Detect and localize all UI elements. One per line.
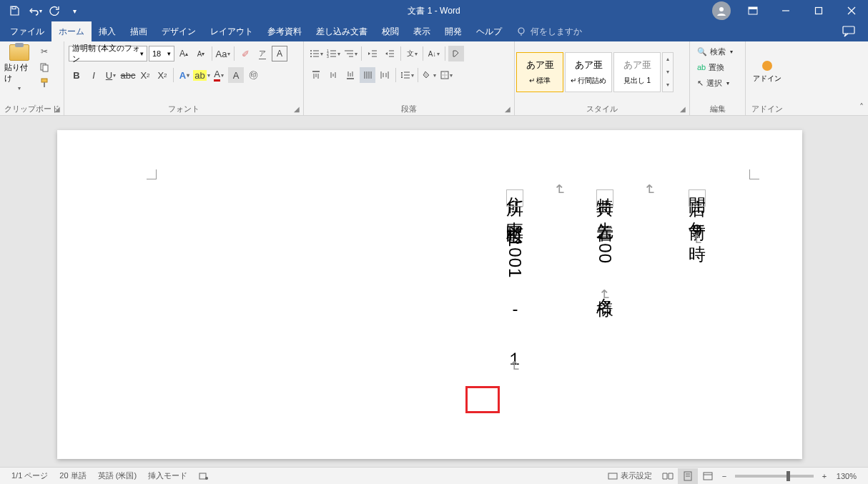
zoom-in-button[interactable]: +	[818, 472, 831, 480]
select-button[interactable]: ↖選択▾	[694, 76, 741, 90]
grow-font-button[interactable]: A▴	[176, 46, 192, 61]
line-spacing-button[interactable]	[399, 67, 415, 83]
tab-review[interactable]: 校閲	[375, 21, 406, 41]
page[interactable]: 開店午前９時↵ ↵ 特典先着 100 名様↵ ↵ 住所中区桜町 1001 - １…	[57, 130, 802, 459]
comments-icon[interactable]	[832, 26, 865, 37]
save-icon[interactable]	[6, 2, 23, 19]
style-nospacing[interactable]: あア亜 ↵ 行間詰め	[565, 52, 612, 92]
tab-home[interactable]: ホーム	[51, 21, 92, 41]
char-shading-button[interactable]: A	[228, 67, 244, 83]
zoom-out-button[interactable]: −	[718, 472, 731, 480]
maximize-button[interactable]	[802, 0, 835, 21]
ribbon-display-icon[interactable]	[736, 0, 769, 21]
collapse-ribbon-icon[interactable]: ˄	[859, 102, 864, 112]
copy-icon[interactable]	[37, 60, 51, 74]
show-marks-icon[interactable]	[448, 46, 464, 61]
tab-references[interactable]: 参考資料	[260, 21, 309, 41]
format-painter-icon[interactable]	[37, 76, 51, 90]
doc-line-4: ↵	[550, 184, 573, 198]
align-top-button[interactable]	[308, 67, 324, 83]
cut-icon[interactable]: ✂	[37, 44, 51, 59]
tab-insert[interactable]: 挿入	[92, 21, 123, 41]
font-color-button[interactable]: A	[211, 67, 227, 83]
text-effects-button[interactable]: A	[177, 67, 192, 83]
addin-icon[interactable]	[762, 61, 772, 71]
highlight-button[interactable]: ab	[194, 67, 209, 83]
status-insert-mode[interactable]: 挿入モード	[142, 470, 193, 481]
cursor-icon: ↖	[697, 79, 704, 88]
group-font-label: フォント	[168, 104, 199, 114]
status-language[interactable]: 英語 (米国)	[92, 470, 142, 481]
align-justify-button[interactable]	[360, 67, 375, 83]
font-launcher-icon[interactable]: ◢	[292, 104, 302, 114]
clipboard-launcher-icon[interactable]: ◢	[52, 104, 62, 114]
tab-view[interactable]: 表示	[406, 21, 438, 41]
char-border-button[interactable]: A	[272, 46, 287, 61]
styles-launcher-icon[interactable]: ◢	[678, 104, 688, 114]
style-normal[interactable]: あア亜 ↵ 標準	[516, 52, 563, 92]
font-size-combo[interactable]: 18▾	[149, 46, 174, 61]
undo-icon[interactable]: ▾	[26, 2, 43, 19]
font-name-combo[interactable]: 游明朝 (本文のフォン▾	[69, 46, 147, 61]
view-web-icon[interactable]	[698, 468, 718, 484]
account-avatar[interactable]	[712, 1, 731, 20]
view-read-icon[interactable]	[658, 468, 678, 484]
zoom-slider[interactable]	[735, 475, 814, 478]
italic-button[interactable]: I	[86, 67, 102, 83]
numbering-button[interactable]: 123	[325, 46, 341, 61]
subscript-button[interactable]: X2	[137, 67, 153, 83]
close-button[interactable]	[835, 0, 868, 21]
zoom-level[interactable]: 130%	[831, 472, 862, 480]
redo-icon[interactable]	[46, 2, 63, 19]
status-page[interactable]: 1/1 ページ	[6, 470, 54, 481]
enclose-char-button[interactable]: ㊞	[245, 67, 261, 83]
svg-rect-13	[41, 79, 47, 82]
svg-rect-3	[749, 7, 757, 9]
shrink-font-button[interactable]: A▾	[193, 46, 209, 61]
replace-button[interactable]: ab置換	[694, 60, 741, 74]
tab-layout[interactable]: レイアウト	[203, 21, 260, 41]
bold-button[interactable]: B	[69, 67, 84, 83]
change-case-button[interactable]: Aa	[215, 46, 231, 61]
decrease-indent-button[interactable]	[365, 46, 380, 61]
qat-customize-icon[interactable]: ▾	[66, 2, 83, 19]
svg-point-1	[719, 7, 724, 11]
group-addin-label: アドイン	[751, 104, 783, 114]
underline-button[interactable]: U	[103, 67, 119, 83]
paste-button[interactable]: 貼り付け ▾	[4, 44, 34, 92]
macro-record-icon[interactable]	[193, 472, 214, 480]
shading-button[interactable]	[421, 67, 437, 83]
tab-design[interactable]: デザイン	[154, 21, 203, 41]
strike-button[interactable]: abc	[120, 67, 136, 83]
clear-format-icon[interactable]: ✐	[237, 46, 253, 61]
display-settings[interactable]: 表示設定	[602, 470, 658, 481]
tab-file[interactable]: ファイル	[3, 21, 51, 41]
view-print-icon[interactable]	[678, 468, 698, 484]
sort-button[interactable]: A↓	[426, 46, 442, 61]
style-heading1[interactable]: あア亜 見出し 1	[613, 52, 661, 92]
tab-help[interactable]: ヘルプ	[469, 21, 509, 41]
svg-rect-0	[12, 7, 16, 9]
align-center-v-button[interactable]	[325, 67, 341, 83]
distribute-button[interactable]	[377, 67, 393, 83]
tab-mailings[interactable]: 差し込み文書	[309, 21, 375, 41]
tab-draw[interactable]: 描画	[123, 21, 154, 41]
align-bottom-button[interactable]	[342, 67, 358, 83]
superscript-button[interactable]: X2	[154, 67, 170, 83]
phonetic-guide-icon[interactable]: ア	[255, 46, 270, 61]
styles-more-button[interactable]: ▴▾▾	[662, 52, 674, 92]
status-words[interactable]: 20 単語	[54, 470, 92, 481]
increase-indent-button[interactable]	[382, 46, 398, 61]
multilevel-button[interactable]	[342, 46, 358, 61]
tab-developer[interactable]: 開発	[438, 21, 469, 41]
find-button[interactable]: 🔍検索▾	[694, 44, 741, 59]
tell-me-search[interactable]: 何をしますか	[509, 26, 589, 38]
borders-button[interactable]	[438, 67, 454, 83]
svg-point-17	[310, 53, 312, 54]
minimize-button[interactable]	[769, 0, 802, 21]
bullets-button[interactable]	[308, 46, 324, 61]
paragraph-launcher-icon[interactable]: ◢	[503, 104, 513, 114]
document-area[interactable]: 開店午前９時↵ ↵ 特典先着 100 名様↵ ↵ 住所中区桜町 1001 - １…	[0, 116, 868, 467]
addin-button[interactable]: アドイン	[753, 74, 781, 84]
text-direction-button[interactable]: 文	[404, 46, 420, 61]
